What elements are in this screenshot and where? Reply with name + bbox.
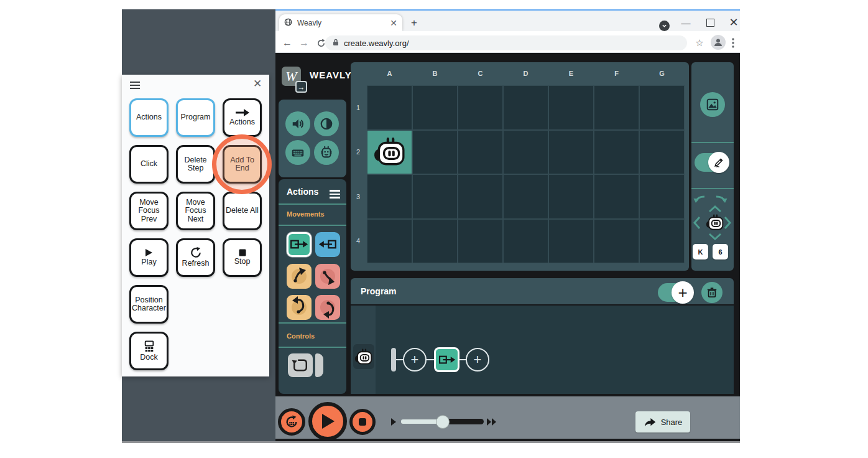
window-maximize-button[interactable] [706, 19, 714, 27]
forward-block[interactable] [287, 232, 312, 257]
audio-feedback-button[interactable] [285, 111, 310, 136]
cell-C2[interactable] [458, 130, 503, 175]
overlay-play-button[interactable]: Play [129, 238, 169, 277]
cell-B2[interactable] [412, 130, 458, 175]
cell-F2[interactable] [594, 130, 639, 175]
character-row-button[interactable]: 6 [713, 244, 728, 259]
overlay-delete-all-button[interactable]: Delete All [223, 192, 262, 230]
cell-E2[interactable] [548, 130, 594, 175]
cell-G1[interactable] [639, 85, 685, 130]
cell-A2[interactable] [367, 130, 412, 175]
cell-B1[interactable] [412, 85, 458, 130]
cell-D1[interactable] [503, 85, 548, 130]
cell-G3[interactable] [639, 174, 685, 219]
cell-F3[interactable] [594, 174, 639, 219]
cell-D3[interactable] [503, 174, 548, 219]
loop-block-bracket[interactable] [315, 353, 323, 377]
overlay-program-button[interactable]: Program [176, 98, 215, 137]
speed-slider-thumb[interactable] [436, 415, 450, 429]
turn-right-90-block[interactable] [315, 295, 340, 320]
cell-B3[interactable] [412, 174, 458, 219]
cell-C3[interactable] [458, 174, 503, 219]
add-step-node-1[interactable]: + [403, 348, 427, 372]
turn-left-90-block[interactable] [287, 295, 312, 320]
program-character-button[interactable] [353, 344, 374, 369]
cell-D4[interactable] [503, 219, 548, 264]
cell-F1[interactable] [594, 85, 639, 130]
scene-grid [367, 85, 685, 263]
theme-contrast-button[interactable] [314, 111, 339, 136]
add-step-node-2[interactable]: + [466, 348, 489, 372]
cell-C1[interactable] [458, 85, 503, 130]
cell-A3[interactable] [367, 174, 412, 219]
overlay-add-to-end-button[interactable]: Add To End [223, 145, 262, 184]
scene-background-button[interactable] [700, 92, 725, 117]
overlay-actions-button[interactable]: Actions [129, 98, 169, 137]
bookmark-star-icon[interactable]: ☆ [692, 35, 707, 50]
add-node-toggle-knob[interactable]: + [672, 281, 694, 304]
back-button[interactable]: ← [280, 35, 295, 50]
cell-G4[interactable] [639, 219, 685, 264]
move-left-chevron[interactable] [693, 215, 701, 230]
turn-right-45-block[interactable] [315, 264, 340, 289]
browser-tab[interactable]: Weavly ✕ [279, 14, 402, 31]
profile-avatar[interactable] [711, 35, 726, 50]
backward-block[interactable] [315, 232, 340, 257]
overlay-goto-actions-button[interactable]: Actions [223, 98, 262, 137]
refresh-scene-button[interactable] [278, 408, 305, 436]
actions-panel-menu-icon[interactable] [330, 188, 340, 200]
window-close-button[interactable]: ✕ [727, 16, 740, 29]
overlay-button-label: Actions [229, 118, 255, 127]
keyboard-shortcuts-button[interactable] [285, 140, 310, 165]
overlay-move-focus-next-button[interactable]: Move Focus Next [176, 192, 215, 230]
stop-button[interactable] [349, 409, 376, 435]
forward-button[interactable]: → [297, 35, 312, 50]
cell-E3[interactable] [548, 174, 594, 219]
turn-left-45-block[interactable] [287, 264, 312, 289]
cell-E1[interactable] [548, 85, 594, 130]
globe-favicon-icon [284, 17, 292, 29]
cell-A1[interactable] [367, 85, 412, 130]
tab-close-icon[interactable]: ✕ [390, 18, 397, 28]
move-down-chevron[interactable] [708, 232, 723, 240]
column-header-B: B [412, 64, 458, 83]
overlay-stop-button[interactable]: Stop [223, 238, 262, 277]
cell-D2[interactable] [503, 130, 548, 175]
overlay-position-character-button[interactable]: Position Character [129, 285, 169, 324]
overlay-dock-button[interactable]: Dock [129, 332, 169, 370]
cell-F4[interactable] [594, 219, 639, 264]
url-bar[interactable]: create.weavly.org/ [325, 35, 687, 50]
cell-B4[interactable] [412, 219, 458, 264]
move-right-chevron[interactable] [723, 215, 731, 230]
character-column-button[interactable]: K [693, 244, 708, 259]
delete-all-button[interactable] [701, 282, 723, 303]
overlay-move-focus-prev-button[interactable]: Move Focus Prev [129, 192, 169, 230]
overlay-refresh-button[interactable]: Refresh [176, 238, 215, 277]
new-tab-button[interactable]: + [407, 16, 421, 30]
cell-A4[interactable] [367, 219, 412, 264]
browser-menu-icon[interactable] [727, 35, 739, 50]
redo-icon[interactable] [714, 193, 729, 204]
move-up-chevron[interactable] [708, 205, 723, 213]
screenshot-stage: Weavly ✕ + — ✕ ← → create.weavly.org/ ☆ … [0, 0, 868, 458]
undo-icon[interactable] [692, 193, 707, 204]
cell-C4[interactable] [458, 219, 503, 264]
overlay-menu-icon[interactable] [130, 80, 140, 91]
url-text: create.weavly.org/ [344, 39, 409, 48]
cell-G2[interactable] [639, 130, 685, 175]
overlay-button-label: Click [141, 160, 157, 169]
share-button[interactable]: Share [635, 411, 690, 432]
cell-E4[interactable] [548, 219, 594, 264]
actions-divider-4 [279, 347, 346, 348]
overlay-click-button[interactable]: Click [129, 145, 169, 184]
pen-toggle-knob[interactable] [708, 152, 729, 173]
program-start-handle[interactable] [391, 348, 396, 372]
browser-update-icon[interactable] [659, 21, 670, 31]
character-select-button[interactable] [314, 140, 339, 165]
play-button[interactable] [308, 402, 347, 441]
window-minimize-button[interactable]: — [680, 16, 692, 29]
overlay-delete-step-button[interactable]: Delete Step [176, 145, 215, 184]
program-step-forward[interactable] [434, 347, 459, 372]
overlay-close-icon[interactable]: ✕ [251, 77, 264, 90]
loop-block[interactable] [288, 353, 313, 377]
